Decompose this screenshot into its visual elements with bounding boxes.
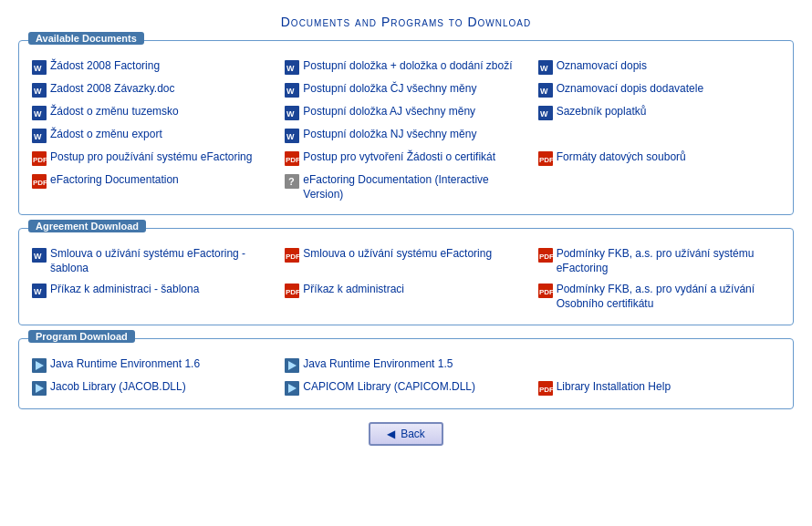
doc-item-available-documents-12[interactable]: PDF Postup pro používání systému eFactor…	[30, 149, 276, 168]
pdf-icon: PDF	[285, 151, 299, 166]
svg-text:PDF: PDF	[539, 253, 553, 261]
section-label-available-documents: Available Documents	[28, 32, 144, 45]
doc-text: Library Installation Help	[557, 380, 671, 395]
svg-text:W: W	[34, 64, 42, 73]
svg-text:PDF: PDF	[539, 288, 553, 296]
exe-icon	[285, 358, 299, 373]
svg-text:PDF: PDF	[286, 156, 299, 164]
doc-text: Postup pro vytvoření Žádosti o certifiká…	[303, 150, 495, 165]
section-available-documents: Available Documents W Žádost 2008 Factor…	[18, 40, 794, 215]
doc-text: Oznamovací dopis dodavatele	[557, 82, 703, 97]
exe-icon	[285, 381, 299, 396]
doc-text: Java Runtime Environment 1.6	[50, 357, 200, 372]
doc-text: Podmínky FKB, a.s. pro vydání a užívání …	[557, 283, 780, 311]
doc-item-available-documents-2[interactable]: W Oznamovací dopis	[536, 57, 782, 77]
doc-text: Jacob Library (JACOB.DLL)	[50, 380, 186, 395]
question-icon: ?	[285, 174, 299, 189]
word-icon: W	[285, 106, 299, 120]
word-icon: W	[285, 60, 299, 75]
svg-text:PDF: PDF	[33, 156, 47, 164]
pdf-icon: PDF	[32, 174, 47, 189]
section-agreement-download: Agreement Download W Smlouva o užívání s…	[18, 228, 794, 325]
doc-item-agreement-download-2[interactable]: PDF Podmínky FKB, a.s. pro užívání systé…	[536, 245, 782, 277]
doc-item-agreement-download-3[interactable]: W Příkaz k administraci - šablona	[30, 281, 276, 313]
doc-text: Postupní doložka ČJ všechny měny	[303, 82, 476, 97]
doc-item-available-documents-3[interactable]: W Zadost 2008 Závazky.doc	[30, 80, 276, 99]
exe-icon	[32, 358, 47, 373]
doc-text: Java Runtime Environment 1.5	[303, 357, 453, 372]
doc-item-available-documents-11	[536, 126, 782, 145]
doc-item-program-download-2	[536, 356, 782, 375]
word-icon: W	[32, 60, 47, 75]
doc-item-available-documents-10[interactable]: W Postupní doložka NJ všechny měny	[283, 126, 528, 145]
pdf-icon: PDF	[538, 151, 553, 166]
pdf-icon: PDF	[538, 284, 553, 298]
svg-text:PDF: PDF	[539, 386, 553, 394]
doc-item-program-download-3[interactable]: Jacob Library (JACOB.DLL)	[30, 378, 276, 397]
svg-text:W: W	[286, 132, 295, 141]
pdf-icon: PDF	[32, 151, 47, 166]
doc-text: Postupní doložka NJ všechny měny	[303, 128, 476, 142]
svg-text:W: W	[34, 87, 42, 96]
doc-item-available-documents-5[interactable]: W Oznamovací dopis dodavatele	[536, 80, 782, 99]
doc-item-available-documents-4[interactable]: W Postupní doložka ČJ všechny měny	[283, 80, 528, 99]
doc-item-available-documents-15[interactable]: PDF eFactoring Documentation	[30, 171, 276, 203]
pdf-icon: PDF	[285, 248, 299, 263]
word-icon: W	[538, 60, 553, 75]
doc-item-available-documents-9[interactable]: W Žádost o změnu export	[30, 126, 276, 145]
word-icon: W	[32, 284, 47, 298]
doc-text: Formáty datových souborů	[557, 150, 686, 165]
svg-text:W: W	[34, 252, 42, 261]
doc-text: Smlouva o užívání systému eFactoring	[303, 247, 492, 262]
doc-text: CAPICOM Library (CAPICOM.DLL)	[303, 380, 475, 395]
doc-text: Postupní doložka AJ všechny měny	[303, 105, 475, 119]
doc-text: Smlouva o užívání systému eFactoring - š…	[50, 247, 274, 275]
section-label-agreement-download: Agreement Download	[28, 220, 146, 232]
pdf-icon: PDF	[285, 284, 299, 298]
doc-item-available-documents-16[interactable]: ? eFactoring Documentation (Interactive …	[283, 171, 528, 203]
doc-text: eFactoring Documentation (Interactive Ve…	[303, 173, 526, 201]
doc-item-available-documents-14[interactable]: PDF Formáty datových souborů	[536, 149, 782, 168]
doc-item-program-download-0[interactable]: Java Runtime Environment 1.6	[30, 356, 276, 375]
doc-item-available-documents-8[interactable]: W Sazebník poplatků	[536, 103, 782, 122]
doc-item-agreement-download-0[interactable]: W Smlouva o užívání systému eFactoring -…	[30, 245, 276, 277]
svg-text:W: W	[540, 87, 548, 96]
doc-item-program-download-1[interactable]: Java Runtime Environment 1.5	[283, 356, 528, 375]
svg-text:PDF: PDF	[286, 288, 299, 296]
back-label: Back	[401, 428, 425, 440]
doc-item-agreement-download-4[interactable]: PDF Příkaz k administraci	[283, 281, 528, 313]
svg-text:PDF: PDF	[286, 253, 299, 261]
back-arrow-icon: ◀	[387, 428, 395, 440]
doc-text: Žádost 2008 Factoring	[50, 59, 160, 74]
doc-item-agreement-download-5[interactable]: PDF Podmínky FKB, a.s. pro vydání a užív…	[536, 281, 782, 313]
doc-item-program-download-4[interactable]: CAPICOM Library (CAPICOM.DLL)	[283, 378, 528, 397]
svg-text:?: ?	[288, 176, 295, 187]
svg-text:W: W	[286, 87, 295, 96]
doc-item-available-documents-0[interactable]: W Žádost 2008 Factoring	[30, 57, 276, 77]
svg-text:W: W	[540, 64, 548, 73]
doc-item-available-documents-6[interactable]: W Žádost o změnu tuzemsko	[30, 103, 276, 122]
page-title: Documents and Programs to Download	[18, 15, 794, 29]
svg-text:PDF: PDF	[539, 156, 553, 164]
word-icon: W	[538, 83, 553, 98]
doc-item-available-documents-17	[536, 171, 782, 203]
doc-item-available-documents-1[interactable]: W Postupní doložka + doložka o dodání zb…	[283, 57, 528, 77]
doc-text: eFactoring Documentation	[50, 173, 179, 188]
doc-item-available-documents-13[interactable]: PDF Postup pro vytvoření Žádosti o certi…	[283, 149, 528, 168]
back-button[interactable]: ◀ Back	[369, 422, 443, 446]
doc-text: Postupní doložka + doložka o dodání zbož…	[303, 59, 512, 74]
svg-text:W: W	[286, 109, 295, 119]
word-icon: W	[538, 106, 553, 120]
doc-item-program-download-5[interactable]: PDF Library Installation Help	[536, 378, 782, 397]
svg-text:W: W	[34, 109, 42, 119]
svg-text:PDF: PDF	[33, 179, 47, 187]
word-icon: W	[32, 248, 47, 263]
section-label-program-download: Program Download	[28, 330, 135, 343]
word-icon: W	[285, 129, 299, 143]
doc-text: Žádost o změnu tuzemsko	[50, 105, 179, 119]
word-icon: W	[32, 83, 47, 98]
doc-item-available-documents-7[interactable]: W Postupní doložka AJ všechny měny	[283, 103, 528, 122]
word-icon: W	[32, 129, 47, 143]
svg-text:W: W	[34, 287, 42, 296]
doc-item-agreement-download-1[interactable]: PDF Smlouva o užívání systému eFactoring	[283, 245, 528, 277]
